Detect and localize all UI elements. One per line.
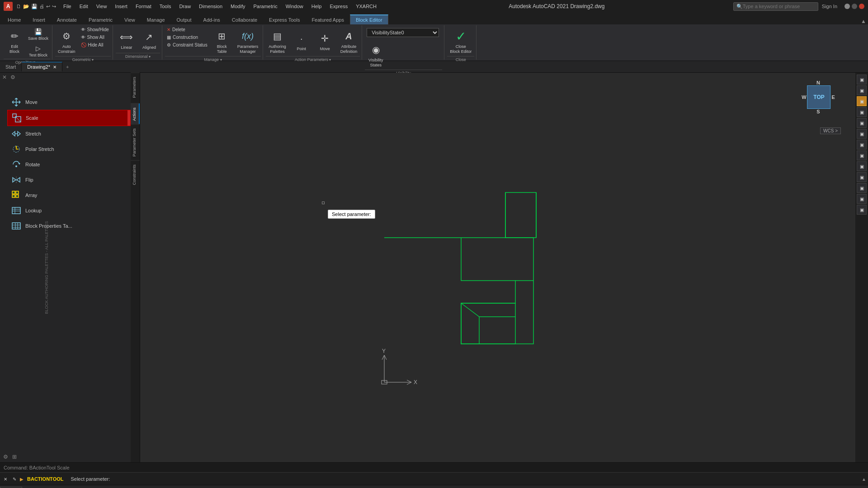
- undo-icon[interactable]: ↩: [46, 4, 50, 9]
- palette-tab-parameter-sets[interactable]: Parameter Sets: [131, 124, 140, 160]
- menu-insert[interactable]: Insert: [111, 3, 131, 10]
- hide-all-button[interactable]: 🚫 Hide All: [79, 42, 111, 48]
- thumbnail-5[interactable]: ▣: [857, 118, 867, 128]
- menu-parametric[interactable]: Parametric: [250, 3, 281, 10]
- action-block-properties-table[interactable]: Block Properties Ta...: [7, 218, 131, 234]
- minimize-button[interactable]: [844, 4, 850, 9]
- action-polar-stretch[interactable]: Polar Stretch: [7, 141, 131, 157]
- menu-modify[interactable]: Modify: [227, 3, 249, 10]
- tab-home[interactable]: Home: [2, 15, 27, 24]
- menu-tools[interactable]: Tools: [156, 3, 175, 10]
- auto-constrain-button[interactable]: ⚙ AutoConstrain: [55, 26, 78, 56]
- thumbnail-10[interactable]: ▣: [857, 172, 867, 182]
- tab-view[interactable]: View: [118, 15, 141, 24]
- canvas-area[interactable]: N W TOP E S WCS > Select parameter:: [140, 73, 868, 462]
- block-table-button[interactable]: ⊞ BlockTable: [211, 26, 233, 56]
- tab-insert[interactable]: Insert: [27, 15, 51, 24]
- show-hide-button[interactable]: 👁 Show/Hide: [79, 26, 111, 33]
- thumbnail-12[interactable]: ▣: [857, 194, 867, 204]
- constraint-status-button[interactable]: ⚙ Constraint Status: [165, 42, 209, 48]
- show-all-button[interactable]: 👁 Show All: [79, 34, 111, 41]
- tab-annotate[interactable]: Annotate: [51, 15, 83, 24]
- edit-block-button[interactable]: ✏ EditBlock: [4, 26, 25, 56]
- palette-tab-constraints[interactable]: Constraints: [131, 160, 140, 189]
- menu-format[interactable]: Format: [132, 3, 155, 10]
- parameters-manager-button[interactable]: f(x) ParametersManager: [235, 26, 261, 56]
- thumbnail-1[interactable]: ▣: [857, 75, 867, 84]
- test-block-button[interactable]: ▷ Test Block: [26, 43, 50, 59]
- palette-tab-parameters[interactable]: Parameters: [131, 73, 140, 102]
- palette-close-icon[interactable]: ✕: [1, 74, 8, 81]
- action-move[interactable]: Move: [7, 94, 131, 110]
- print-icon[interactable]: 🖨: [39, 4, 44, 9]
- thumbnail-13[interactable]: ▣: [857, 205, 867, 215]
- search-input[interactable]: [743, 4, 815, 9]
- thumbnail-8[interactable]: ▣: [857, 150, 867, 160]
- thumbnail-7[interactable]: ▣: [857, 140, 867, 150]
- open-icon[interactable]: 📂: [23, 4, 29, 9]
- palette-settings-icon[interactable]: ⚙: [9, 74, 16, 81]
- tab-express-tools[interactable]: Express Tools: [263, 15, 306, 24]
- menu-view[interactable]: View: [93, 3, 111, 10]
- redo-icon[interactable]: ↪: [52, 4, 56, 9]
- tab-collaborate[interactable]: Collaborate: [226, 15, 263, 24]
- new-icon[interactable]: 🗋: [16, 4, 21, 9]
- action-scale[interactable]: Scale: [7, 110, 131, 126]
- save-icon[interactable]: 💾: [31, 4, 38, 9]
- action-flip[interactable]: Flip: [7, 172, 131, 188]
- delete-button[interactable]: ✕ Delete: [165, 26, 209, 33]
- thumbnail-6[interactable]: ▣: [857, 129, 867, 139]
- aligned-button[interactable]: ↗ Aligned: [138, 27, 160, 52]
- authoring-palettes-button[interactable]: ▤ AuthoringPalettes: [266, 26, 289, 56]
- construction-button[interactable]: ▦ Construction: [165, 34, 209, 41]
- tab-manage[interactable]: Manage: [141, 15, 171, 24]
- point-button[interactable]: · Point: [291, 28, 312, 53]
- visibility-states-button[interactable]: ◉ VisibilityStates: [365, 40, 387, 70]
- palette-grid-icon[interactable]: ⊞: [11, 453, 18, 460]
- close-button[interactable]: [859, 4, 864, 9]
- palette-tab-actions[interactable]: Actions: [131, 103, 140, 125]
- thumbnail-4[interactable]: ▣: [857, 107, 867, 117]
- maximize-button[interactable]: [852, 4, 857, 9]
- thumbnail-11[interactable]: ▣: [857, 183, 867, 193]
- new-tab-button[interactable]: +: [62, 62, 72, 71]
- linear-button[interactable]: ⟺ Linear: [116, 27, 137, 52]
- tab-block-editor[interactable]: Block Editor: [350, 14, 388, 24]
- command-settings-btn[interactable]: ✎: [11, 475, 18, 483]
- thumbnail-9[interactable]: ▣: [857, 161, 867, 171]
- move-param-button[interactable]: ✛ Move: [314, 28, 336, 53]
- command-expand-icon[interactable]: ▲: [862, 477, 866, 482]
- tab-featured-apps[interactable]: Featured Apps: [306, 15, 350, 24]
- thumbnail-2[interactable]: ▣: [857, 85, 867, 95]
- menu-yxarch[interactable]: YXARCH: [352, 3, 380, 10]
- menu-file[interactable]: File: [60, 3, 75, 10]
- test-block-icon: ▷: [32, 44, 45, 53]
- action-stretch[interactable]: Stretch: [7, 126, 131, 141]
- menu-window[interactable]: Window: [282, 3, 307, 10]
- menu-dimension[interactable]: Dimension: [195, 3, 226, 10]
- action-array[interactable]: Array: [7, 188, 131, 203]
- search-bar[interactable]: 🔍: [733, 2, 818, 11]
- action-lookup[interactable]: Lookup: [7, 203, 131, 218]
- menu-help[interactable]: Help: [308, 3, 326, 10]
- menu-edit[interactable]: Edit: [76, 3, 92, 10]
- menu-express[interactable]: Express: [326, 3, 351, 10]
- attribute-definition-button[interactable]: A AttributeDefinition: [338, 26, 360, 56]
- tab-output[interactable]: Output: [171, 15, 198, 24]
- add-layout-tab-button[interactable]: +: [74, 485, 85, 488]
- close-block-editor-button[interactable]: ✓ CloseBlock Editor: [447, 26, 474, 56]
- menu-draw[interactable]: Draw: [175, 3, 194, 10]
- save-block-button[interactable]: 💾 Save Block: [26, 26, 50, 42]
- doc-tab-start[interactable]: Start: [0, 62, 22, 71]
- doc-tab-drawing2[interactable]: Drawing2* ✕: [22, 62, 62, 71]
- thumbnail-3[interactable]: ▣: [857, 96, 867, 106]
- visibility-state-dropdown[interactable]: VisibilityState0: [367, 28, 439, 37]
- ribbon-expand-icon[interactable]: ▲: [861, 18, 866, 24]
- tab-parametric[interactable]: Parametric: [83, 15, 118, 24]
- command-close-btn[interactable]: ✕: [2, 475, 9, 483]
- action-rotate[interactable]: Rotate: [7, 157, 131, 172]
- tab-addins[interactable]: Add-ins: [198, 15, 226, 24]
- sign-in-button[interactable]: Sign In: [822, 4, 837, 9]
- palette-properties-icon[interactable]: ⚙: [2, 453, 9, 460]
- close-drawing2-tab[interactable]: ✕: [53, 65, 57, 70]
